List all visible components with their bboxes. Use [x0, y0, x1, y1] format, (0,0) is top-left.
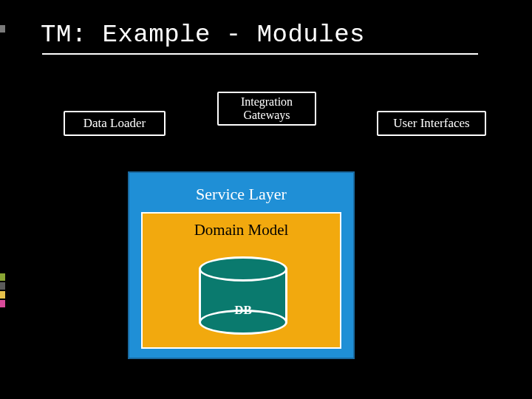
service-layer-label: Service Layer [196, 185, 287, 204]
module-box-integration-gateways: Integration Gateways [217, 92, 316, 126]
db-label: DB [234, 303, 252, 318]
module-label: Integration Gateways [241, 95, 293, 123]
title-underline [42, 53, 478, 55]
service-layer-container: Service Layer Domain Model DB [128, 171, 355, 359]
module-box-data-loader: Data Loader [64, 111, 166, 136]
module-label: User Interfaces [393, 116, 469, 131]
db-cylinder-icon: DB [199, 256, 287, 335]
domain-model-label: Domain Model [194, 221, 289, 239]
slide-title: TM: Example - Modules [41, 21, 365, 49]
slide-title-text: TM: Example - Modules [41, 21, 365, 49]
module-label: Data Loader [83, 116, 146, 131]
domain-model-container: Domain Model DB [141, 212, 341, 349]
slide-side-accent [0, 0, 7, 399]
module-box-user-interfaces: User Interfaces [377, 111, 486, 136]
